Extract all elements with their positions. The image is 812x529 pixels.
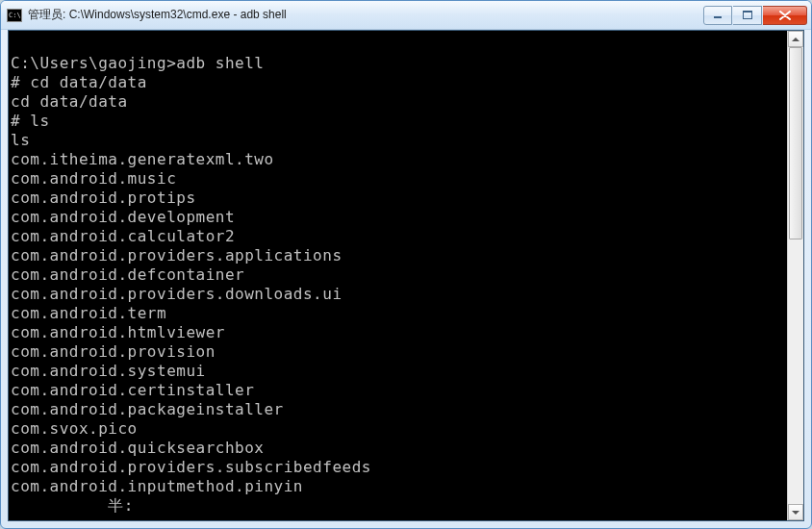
window-controls — [703, 6, 807, 25]
terminal-line: C:\Users\gaojing>adb shell — [11, 54, 787, 73]
minimize-icon — [713, 12, 723, 19]
maximize-button[interactable] — [733, 6, 762, 25]
chevron-up-icon — [792, 38, 799, 41]
terminal-line: com.android.music — [11, 169, 787, 189]
app-window: C:\ 管理员: C:\Windows\system32\cmd.exe - a… — [0, 0, 812, 529]
terminal-line: com.android.packageinstaller — [11, 400, 787, 419]
scroll-up-button[interactable] — [788, 31, 803, 47]
terminal-line: # ls — [11, 112, 787, 131]
terminal-output[interactable]: C:\Users\gaojing>adb shell# cd data/data… — [9, 31, 787, 520]
terminal-line: com.android.providers.applications — [11, 246, 787, 265]
terminal-line: cd data/data — [11, 92, 787, 112]
window-title: 管理员: C:\Windows\system32\cmd.exe - adb s… — [28, 7, 703, 23]
terminal-line: com.android.htmlviewer — [11, 323, 787, 342]
terminal-line: com.android.inputmethod.pinyin — [11, 477, 787, 496]
scroll-thumb[interactable] — [789, 47, 802, 239]
close-icon — [779, 11, 791, 20]
client-area: C:\Users\gaojing>adb shell# cd data/data… — [8, 30, 804, 521]
chevron-down-icon — [792, 511, 799, 515]
terminal-line: com.itheima.generatexml.two — [11, 150, 787, 169]
terminal-line: com.android.development — [11, 208, 787, 227]
terminal-line: 半: — [11, 496, 787, 516]
terminal-line: ls — [11, 131, 787, 150]
cmd-icon: C:\ — [7, 9, 22, 22]
minimize-button[interactable] — [703, 6, 732, 25]
terminal-line: # cd data/data — [11, 73, 787, 92]
scroll-track[interactable] — [788, 47, 803, 504]
close-button[interactable] — [763, 6, 807, 25]
maximize-icon — [743, 11, 752, 19]
terminal-line: com.android.term — [11, 304, 787, 323]
terminal-line: com.android.certinstaller — [11, 381, 787, 400]
terminal-line: com.android.providers.downloads.ui — [11, 285, 787, 304]
svg-rect-0 — [714, 16, 722, 18]
terminal-line: com.android.quicksearchbox — [11, 439, 787, 458]
terminal-line: com.android.calculator2 — [11, 227, 787, 246]
terminal-line: com.android.protips — [11, 189, 787, 208]
terminal-line: com.android.providers.subscribedfeeds — [11, 458, 787, 477]
vertical-scrollbar[interactable] — [787, 31, 803, 520]
terminal-line: com.android.defcontainer — [11, 265, 787, 285]
svg-rect-2 — [743, 11, 752, 13]
terminal-line — [11, 35, 787, 54]
scroll-down-button[interactable] — [788, 504, 803, 520]
terminal-line: com.svox.pico — [11, 419, 787, 439]
terminal-line: com.android.systemui — [11, 362, 787, 381]
titlebar[interactable]: C:\ 管理员: C:\Windows\system32\cmd.exe - a… — [1, 1, 811, 30]
terminal-line: com.android.provision — [11, 342, 787, 362]
